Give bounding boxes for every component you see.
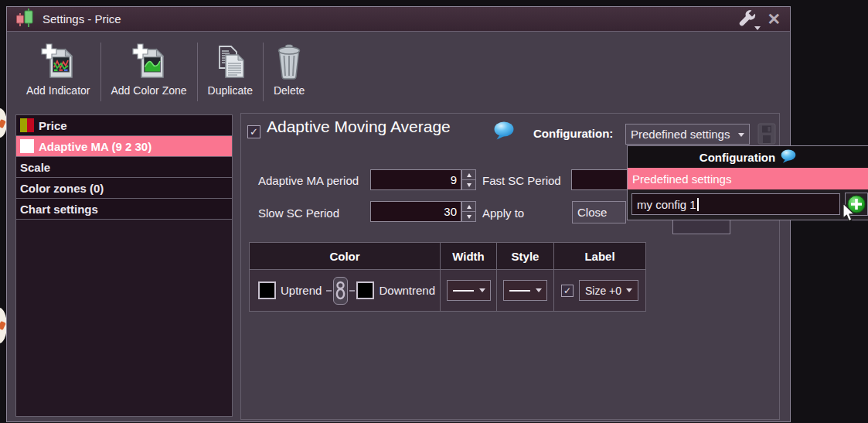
- label-size-dropdown[interactable]: Size +0: [579, 280, 638, 301]
- sidebar-item-label: Adaptive MA (9 2 30): [39, 140, 151, 153]
- popup-input-row: my config 1: [628, 189, 868, 220]
- add-color-zone-icon: [131, 38, 167, 81]
- save-configuration-button[interactable]: [757, 123, 776, 148]
- slow-sc-input[interactable]: 30: [370, 201, 461, 222]
- configuration-label: Configuration:: [533, 127, 613, 140]
- delete-button[interactable]: Delete: [264, 36, 315, 98]
- duplicate-icon: [214, 38, 247, 81]
- line-style-sample: [509, 290, 530, 292]
- close-icon[interactable]: ✕: [765, 11, 782, 27]
- chain-icon: [335, 281, 345, 300]
- chevron-down-icon: [479, 288, 485, 292]
- add-indicator-icon: [40, 38, 76, 81]
- duplicate-button[interactable]: Duplicate: [198, 36, 263, 98]
- floppy-icon: [757, 123, 776, 145]
- configuration-value: Predefined settings: [631, 128, 730, 141]
- ma-period-spinner: [461, 169, 476, 190]
- sidebar-item-adaptive-ma[interactable]: Adaptive MA (9 2 30): [16, 136, 232, 157]
- add-indicator-label: Add Indicator: [26, 84, 90, 97]
- indicator-title: Adaptive Moving Average: [267, 118, 451, 136]
- apply-to-label: Apply to: [482, 206, 524, 220]
- sidebar-item-label: Chart settings: [20, 203, 98, 216]
- enable-indicator-checkbox[interactable]: ✓: [247, 125, 260, 138]
- popup-item-predefined-settings[interactable]: Predefined settings: [628, 168, 868, 189]
- width-dropdown[interactable]: [447, 280, 491, 301]
- chevron-down-icon: [754, 26, 761, 30]
- add-config-button[interactable]: [845, 193, 868, 216]
- price-color-swatch: [20, 118, 34, 132]
- link-line: [326, 290, 332, 292]
- delete-label: Delete: [274, 84, 305, 97]
- column-header-width: Width: [441, 243, 497, 270]
- tools-menu-button[interactable]: [737, 9, 759, 29]
- uptrend-color-swatch[interactable]: [258, 281, 276, 299]
- width-cell: [441, 270, 497, 311]
- style-cell: [497, 270, 554, 311]
- sidebar-item-label: Color zones (0): [20, 182, 104, 195]
- apply-to-value: Close: [577, 206, 607, 219]
- style-dropdown[interactable]: [503, 280, 547, 301]
- spinner-up-button[interactable]: [461, 201, 476, 212]
- sidebar-item-price[interactable]: Price: [16, 115, 232, 136]
- add-indicator-button[interactable]: Add Indicator: [16, 36, 100, 98]
- sidebar-item-label: Scale: [20, 161, 50, 174]
- spinner-down-button[interactable]: [461, 212, 476, 222]
- line-width-sample: [453, 290, 474, 292]
- sidebar-item-color-zones[interactable]: Color zones (0): [16, 178, 232, 199]
- slow-sc-spinner: [461, 201, 476, 222]
- configuration-popup: Configuration Predefined settings my con…: [627, 145, 868, 220]
- color-cell: Uptrend Downtrend: [250, 270, 441, 311]
- column-header-label: Label: [554, 243, 645, 270]
- screen: Settings - Price ✕: [0, 0, 868, 423]
- spinner-down-button[interactable]: [461, 180, 476, 190]
- info-bubble-icon[interactable]: [494, 121, 514, 143]
- add-color-zone-label: Add Color Zone: [111, 84, 187, 97]
- window-title: Settings - Price: [43, 12, 121, 26]
- label-cell: ✓ Size +0: [554, 270, 645, 311]
- chevron-down-icon: [536, 288, 542, 292]
- link-line: [349, 290, 355, 292]
- slow-sc-label: Slow SC Period: [258, 206, 339, 220]
- candlestick-icon: [15, 8, 36, 31]
- ma-period-label: Adaptive MA period: [258, 174, 359, 187]
- downtrend-color-swatch[interactable]: [356, 281, 374, 299]
- duplicate-label: Duplicate: [208, 84, 253, 97]
- column-header-color: Color: [250, 243, 441, 270]
- popup-title: Configuration: [700, 151, 775, 164]
- toolbar: Add Indicator Add Color Zone: [7, 32, 790, 112]
- uptrend-label: Uptrend: [281, 284, 322, 297]
- apply-to-dropdown[interactable]: Close: [572, 201, 626, 223]
- label-size-value: Size +0: [585, 285, 621, 297]
- column-header-style: Style: [497, 243, 554, 270]
- plus-icon: [847, 195, 866, 213]
- fast-sc-label: Fast SC Period: [482, 174, 561, 187]
- line-style-table: Color Width Style Label Uptrend: [249, 242, 646, 312]
- ma-period-input[interactable]: 9: [370, 169, 461, 190]
- config-name-value: my config 1: [637, 198, 696, 211]
- chevron-down-icon: [626, 288, 632, 292]
- titlebar[interactable]: Settings - Price ✕: [7, 7, 790, 32]
- config-name-input[interactable]: my config 1: [631, 193, 840, 215]
- text-caret: [697, 198, 699, 211]
- delete-icon: [274, 38, 305, 81]
- configuration-dropdown[interactable]: Predefined settings: [625, 124, 750, 145]
- sidebar-item-scale[interactable]: Scale: [16, 157, 232, 178]
- popup-header: Configuration: [628, 146, 868, 168]
- indicator-color-swatch: [20, 139, 34, 153]
- sidebar-item-label: Price: [39, 119, 67, 132]
- info-bubble-icon[interactable]: [781, 149, 796, 165]
- sidebar-item-chart-settings[interactable]: Chart settings: [16, 199, 232, 220]
- sidebar: Price Adaptive MA (9 2 30) Scale Color z…: [15, 114, 233, 417]
- show-label-checkbox[interactable]: ✓: [561, 285, 574, 297]
- chevron-down-icon: [738, 133, 744, 137]
- add-color-zone-button[interactable]: Add Color Zone: [101, 36, 197, 98]
- spinner-up-button[interactable]: [461, 169, 476, 180]
- downtrend-label: Downtrend: [379, 284, 435, 297]
- link-colors-button[interactable]: [333, 277, 348, 305]
